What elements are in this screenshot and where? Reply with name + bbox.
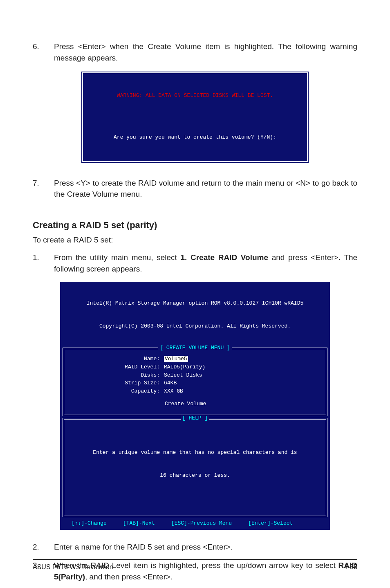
field-value: 64KB	[164, 379, 320, 387]
field-label: Name:	[70, 355, 160, 363]
step-7: 7. Press <Y> to create the RAID volume a…	[33, 177, 357, 200]
step-number: 1.	[33, 252, 43, 274]
bios-header: Intel(R) Matrix Storage Manager option R…	[60, 282, 330, 347]
bios-footer-keys: [↑↓]-Change [TAB]-Next [ESC]-Previous Me…	[60, 519, 330, 529]
bios-header-line: Intel(R) Matrix Storage Manager option R…	[63, 300, 327, 307]
key-hint-select: [Enter]-Select	[248, 520, 293, 527]
help-line: 16 characters or less.	[74, 472, 316, 480]
step-text: Enter a name for the RAID 5 set and pres…	[54, 541, 357, 553]
step-1: 1. From the utility main menu, select 1.…	[33, 252, 357, 274]
warning-box: WARNING: ALL DATA ON SELECTED DISKS WILL…	[81, 71, 309, 163]
create-volume-menu-frame: [ CREATE VOLUME MENU ] Name: Volume5 RAI…	[63, 348, 327, 416]
warning-box-wrap: WARNING: ALL DATA ON SELECTED DISKS WILL…	[33, 71, 357, 163]
step-number: 7.	[33, 177, 43, 200]
step-6: 6. Press <Enter> when the Create Volume …	[33, 41, 357, 63]
field-raid-level-row: RAID Level: RAID5(Parity)	[70, 364, 320, 371]
section-title: Creating a RAID 5 set (parity)	[33, 219, 357, 232]
bios-box: Intel(R) Matrix Storage Manager option R…	[60, 282, 330, 530]
field-name-row: Name: Volume5	[70, 355, 320, 363]
field-label: Disks:	[70, 372, 160, 379]
step-number: 6.	[33, 41, 43, 63]
key-hint-change: [↑↓]-Change	[72, 520, 107, 527]
field-strip-size-row: Strip Size: 64KB	[70, 379, 320, 387]
step-text: From the utility main menu, select 1. Cr…	[54, 252, 357, 274]
page-footer: ASUS P6T6 WS Revolution 4-55	[33, 559, 357, 572]
bios-screenshot: Intel(R) Matrix Storage Manager option R…	[33, 282, 357, 530]
field-value: XXX GB	[164, 388, 320, 395]
help-line: Enter a unique volume name that has no s…	[74, 449, 316, 457]
step-text-bold: 1. Create RAID Volume	[180, 253, 268, 262]
field-label: RAID Level:	[70, 364, 160, 371]
field-label: Strip Size:	[70, 379, 160, 387]
help-text: Enter a unique volume name that has no s…	[70, 424, 320, 509]
step-text-post: , and then press <Enter>.	[85, 572, 173, 581]
field-disks-row: Disks: Select Disks	[70, 372, 320, 379]
frame-title: [ HELP ]	[64, 415, 326, 422]
field-value: Volume5	[164, 355, 320, 363]
step-text: Press <Y> to create the RAID volume and …	[54, 177, 357, 200]
field-label: Capacity:	[70, 388, 160, 395]
step-text: Press <Enter> when the Create Volume ite…	[54, 41, 357, 63]
footer-page-number: 4-55	[344, 562, 357, 572]
frame-title: [ CREATE VOLUME MENU ]	[64, 344, 326, 352]
field-value: Select Disks	[164, 372, 320, 379]
field-value: RAID5(Parity)	[164, 364, 320, 371]
step-number: 2.	[33, 541, 43, 553]
field-capacity-row: Capacity: XXX GB	[70, 388, 320, 395]
create-volume-action: Create Volume	[70, 400, 320, 408]
help-frame: [ HELP ] Enter a unique volume name that…	[63, 418, 327, 517]
step-2: 2. Enter a name for the RAID 5 set and p…	[33, 541, 357, 553]
key-hint-next: [TAB]-Next	[123, 520, 155, 527]
bios-header-line: Copyright(C) 2003-08 Intel Corporation. …	[63, 323, 327, 330]
key-hint-prev: [ESC]-Previous Menu	[171, 520, 232, 527]
warning-red-line: WARNING: ALL DATA ON SELECTED DISKS WILL…	[99, 92, 291, 100]
footer-left: ASUS P6T6 WS Revolution	[33, 562, 113, 572]
step-text-pre: From the utility main menu, select	[54, 253, 180, 262]
warning-prompt: Are you sure you want to create this vol…	[99, 134, 291, 141]
section-lead: To create a RAID 5 set:	[33, 234, 357, 246]
